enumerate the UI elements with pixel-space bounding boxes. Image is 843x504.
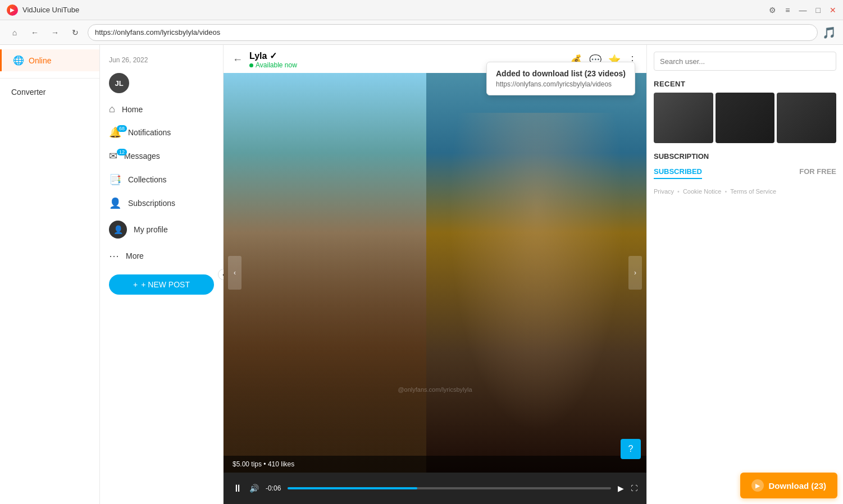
recent-label: RECENT	[654, 80, 836, 88]
of-nav-collections-label: Collections	[128, 175, 166, 184]
terms-link[interactable]: Terms of Service	[730, 188, 776, 195]
volume-button[interactable]: 🔊	[249, 484, 259, 493]
video-nav-right-button[interactable]: ›	[628, 256, 642, 290]
of-nav-myprofile-label: My profile	[134, 225, 168, 234]
of-nav-more[interactable]: ⋯ More	[100, 244, 223, 268]
close-button[interactable]: ✕	[830, 6, 836, 15]
minimize-button[interactable]: —	[799, 6, 807, 15]
of-nav-subscriptions[interactable]: 👤 Subscriptions	[100, 191, 223, 215]
subscribed-button[interactable]: SUBSCRIBED	[654, 165, 702, 179]
of-nav-notifications[interactable]: 🔔 Notifications 68	[100, 121, 223, 144]
new-post-button[interactable]: + + NEW POST	[109, 274, 214, 295]
download-main-button[interactable]: ▶ Download (23)	[740, 473, 837, 498]
right-panel: RECENT SUBSCRIPTION SUBSCRIBED FOR FREE …	[646, 45, 843, 504]
of-nav-collections[interactable]: 📑 Collections	[100, 168, 223, 191]
pause-button[interactable]: ⏸	[233, 483, 243, 494]
footer-dot-1: •	[677, 188, 680, 195]
tooltip-title: Added to download list (23 videos)	[496, 69, 626, 78]
privacy-link[interactable]: Privacy	[654, 188, 674, 195]
new-post-plus-icon: +	[133, 280, 138, 289]
app-name: VidJuice UniTube	[22, 6, 79, 14]
user-avatar: JL	[109, 73, 129, 93]
play-next-button[interactable]: ▶	[618, 484, 624, 493]
browser-content: Jun 26, 2022 JL ⌂ Home 🔔 Notifications 6…	[100, 45, 843, 504]
profile-circle-icon: 👤	[109, 221, 127, 239]
fullscreen-button[interactable]: ⛶	[631, 484, 637, 492]
sidebar-divider	[0, 78, 99, 79]
home-button[interactable]: ⌂	[7, 25, 22, 40]
app-icon: ▶	[7, 4, 18, 16]
recent-thumb-1[interactable]	[654, 93, 713, 143]
subscription-actions: SUBSCRIBED FOR FREE	[654, 165, 836, 179]
extension-icon[interactable]: 🎵	[822, 26, 836, 39]
video-nav-left-button[interactable]: ‹	[228, 256, 241, 290]
of-nav-home-label: Home	[122, 105, 143, 114]
search-input[interactable]	[654, 52, 836, 71]
main-content: 🌐 Online Converter Jun 26, 2022 JL ⌂ Hom…	[0, 45, 843, 504]
address-bar[interactable]	[88, 24, 818, 41]
help-button[interactable]: ?	[621, 439, 641, 459]
progress-fill	[288, 487, 417, 489]
person-bg	[426, 73, 646, 473]
sidebar-section-top: 🌐 Online	[0, 45, 99, 76]
sidebar-item-online-label: Online	[29, 56, 51, 65]
download-play-icon: ▶	[751, 479, 764, 492]
maximize-button[interactable]: □	[816, 6, 821, 15]
footer-links: Privacy • Cookie Notice • Terms of Servi…	[654, 188, 836, 195]
watermark: @onlyfans.com/lyricsbylyla	[398, 386, 472, 393]
time-display: -0:06	[266, 484, 281, 492]
of-nav-more-label: More	[126, 251, 144, 260]
for-free-button[interactable]: FOR FREE	[799, 165, 836, 179]
converter-label: Converter	[11, 88, 45, 97]
subscription-section: SUBSCRIPTION SUBSCRIBED FOR FREE	[654, 152, 836, 179]
online-icon: 🌐	[13, 55, 24, 66]
footer-dot-2: •	[724, 188, 727, 195]
profile-info: Lyla ✓ Available now	[249, 51, 297, 69]
subscriptions-nav-icon: 👤	[109, 197, 121, 209]
browser-toolbar: ⌂ ← → ↻ 🎵	[0, 20, 843, 45]
profile-back-button[interactable]: ←	[233, 54, 243, 66]
recent-thumb-3[interactable]	[777, 93, 836, 143]
notifications-badge: 68	[117, 125, 127, 132]
tooltip-url: https://onlyfans.com/lyricsbylyla/videos	[496, 80, 626, 88]
new-post-label: + NEW POST	[141, 280, 190, 289]
download-tooltip: Added to download list (23 videos) https…	[486, 62, 635, 95]
subscription-label: SUBSCRIPTION	[654, 152, 836, 161]
messages-nav-icon: ✉	[109, 150, 117, 162]
of-nav-notifications-label: Notifications	[128, 128, 171, 137]
recent-grid	[654, 93, 836, 143]
cookie-link[interactable]: Cookie Notice	[683, 188, 721, 195]
sidebar-item-online[interactable]: 🌐 Online	[0, 49, 99, 71]
forward-button[interactable]: →	[47, 25, 63, 40]
back-button[interactable]: ←	[27, 25, 43, 40]
title-bar-left: ▶ VidJuice UniTube	[7, 4, 79, 16]
refresh-button[interactable]: ↻	[67, 25, 83, 40]
stadium-bg	[224, 73, 435, 473]
video-controls: ⏸ 🔊 -0:06 ▶ ⛶	[224, 473, 646, 504]
of-nav-home[interactable]: ⌂ Home	[100, 98, 223, 121]
title-bar: ▶ VidJuice UniTube ⚙ ≡ — □ ✕	[0, 0, 843, 20]
sidebar-item-converter[interactable]: Converter	[0, 81, 99, 103]
of-nav-messages-label: Messages	[124, 152, 160, 161]
settings-icon[interactable]: ⚙	[769, 6, 776, 15]
of-sidebar: Jun 26, 2022 JL ⌂ Home 🔔 Notifications 6…	[100, 45, 224, 504]
of-date: Jun 26, 2022	[100, 52, 223, 68]
more-nav-icon: ⋯	[109, 250, 119, 262]
download-button-label: Download (23)	[768, 481, 826, 491]
of-user-avatar-area[interactable]: JL	[100, 68, 223, 98]
profile-name: Lyla ✓	[249, 51, 297, 61]
title-bar-controls: ⚙ ≡ — □ ✕	[769, 6, 836, 15]
messages-badge: 12	[117, 149, 127, 155]
menu-icon[interactable]: ≡	[785, 6, 790, 15]
large-video-preview: @onlyfans.com/lyricsbylyla › ‹	[224, 73, 646, 473]
recent-thumb-2[interactable]	[716, 93, 775, 143]
of-nav-subscriptions-label: Subscriptions	[128, 199, 175, 208]
profile-status: Available now	[249, 61, 297, 69]
of-nav-myprofile[interactable]: 👤 My profile	[100, 215, 223, 244]
progress-bar[interactable]	[288, 487, 611, 489]
tips-bar: $5.00 tips • 410 likes	[224, 456, 646, 473]
app-sidebar: 🌐 Online Converter	[0, 45, 100, 504]
of-nav-messages[interactable]: ✉ Messages 12	[100, 144, 223, 168]
home-nav-icon: ⌂	[109, 103, 115, 115]
feed-area: ← Lyla ✓ Available now 💰 💬 ⭐ ⋮	[224, 45, 646, 504]
